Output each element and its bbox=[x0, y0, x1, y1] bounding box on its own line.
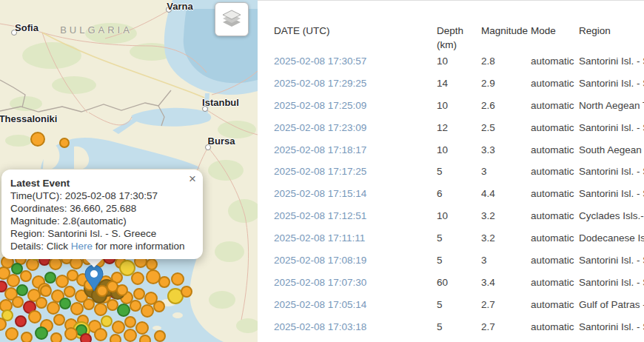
earthquake-marker[interactable] bbox=[36, 297, 47, 309]
col-header-date: DATE (UTC) bbox=[274, 24, 437, 52]
earthquake-marker[interactable] bbox=[70, 302, 84, 315]
details-here-link[interactable]: Here bbox=[71, 241, 93, 252]
event-date-link[interactable]: 2025-02-08 17:18:17 bbox=[274, 139, 437, 161]
magnitude-cell: 3.2 bbox=[481, 205, 531, 227]
earthquake-marker[interactable] bbox=[141, 304, 154, 318]
col-header-region: Region bbox=[579, 24, 644, 52]
mode-cell: automatic bbox=[531, 294, 579, 316]
earthquake-marker[interactable] bbox=[15, 315, 27, 327]
region-cell: Santorini Isl. - S. G bbox=[579, 161, 644, 183]
event-date-link[interactable]: 2025-02-08 17:15:14 bbox=[274, 183, 437, 205]
map-pin-icon[interactable] bbox=[83, 265, 105, 292]
col-header-magnitude: Magnitude bbox=[481, 24, 531, 52]
layers-control-button[interactable] bbox=[215, 2, 249, 36]
mode-cell: automatic bbox=[531, 316, 579, 338]
depth-cell: 5 bbox=[437, 249, 481, 272]
table-body: 2025-02-08 17:30:57102.8automaticSantori… bbox=[274, 50, 644, 338]
earthquake-marker[interactable] bbox=[59, 138, 70, 148]
popup-details-suffix: for more information bbox=[93, 241, 185, 252]
event-date-link[interactable]: 2025-02-08 17:05:14 bbox=[274, 294, 437, 316]
earthquake-marker[interactable] bbox=[181, 286, 192, 298]
depth-cell: 5 bbox=[437, 294, 481, 316]
depth-cell: 10 bbox=[437, 95, 481, 117]
earthquake-marker[interactable] bbox=[35, 326, 48, 340]
event-date-link[interactable]: 2025-02-08 17:29:25 bbox=[274, 73, 437, 95]
earthquake-marker[interactable] bbox=[28, 310, 41, 323]
depth-cell: 10 bbox=[437, 139, 481, 161]
map[interactable]: VarnaSofiaBULGARIAThessalonikiIstanbulBu… bbox=[0, 0, 258, 342]
earthquake-marker[interactable] bbox=[112, 321, 125, 334]
earthquake-marker[interactable] bbox=[153, 301, 165, 312]
earthquake-marker[interactable] bbox=[117, 304, 130, 317]
earthquake-marker[interactable] bbox=[12, 296, 24, 308]
earthquake-marker[interactable] bbox=[50, 332, 62, 342]
earthquake-marker[interactable] bbox=[133, 288, 145, 300]
earthquake-marker[interactable] bbox=[47, 301, 60, 315]
earthquake-marker[interactable] bbox=[21, 332, 33, 342]
earthquake-marker[interactable] bbox=[171, 272, 184, 286]
region-cell: Santorini Isl. - S. G bbox=[579, 50, 644, 73]
earthquake-marker[interactable] bbox=[146, 258, 158, 270]
earthquake-marker[interactable] bbox=[139, 335, 151, 342]
earthquake-marker[interactable] bbox=[135, 321, 149, 335]
region-cell: North Aegean Tro bbox=[579, 95, 644, 117]
earthquake-marker[interactable] bbox=[16, 284, 28, 296]
mode-cell: automatic bbox=[531, 227, 579, 249]
earthquake-marker[interactable] bbox=[101, 315, 113, 327]
city-label-sofia: Sofia bbox=[15, 22, 38, 33]
col-header-mode: Mode bbox=[531, 24, 579, 52]
earthquake-marker[interactable] bbox=[124, 316, 136, 328]
earthquake-marker[interactable] bbox=[30, 132, 45, 147]
table-header: DATE (UTC) Depth(km) Magnitude Mode Regi… bbox=[274, 24, 644, 52]
latest-event-popup: × Latest Event Time(UTC): 2025-02-08 17:… bbox=[1, 170, 203, 259]
earthquake-marker[interactable] bbox=[40, 285, 52, 297]
depth-cell: 5 bbox=[437, 227, 481, 249]
table-row: 2025-02-08 17:25:09102.6automaticNorth A… bbox=[274, 95, 644, 117]
earthquake-marker[interactable] bbox=[131, 272, 144, 285]
earthquake-marker[interactable] bbox=[130, 300, 141, 312]
earthquake-marker[interactable] bbox=[59, 298, 71, 309]
event-date-link[interactable]: 2025-02-08 17:08:19 bbox=[274, 249, 437, 272]
magnitude-cell: 2.5 bbox=[481, 117, 531, 139]
earthquake-marker[interactable] bbox=[124, 329, 137, 342]
earthquake-marker[interactable] bbox=[94, 328, 107, 341]
mode-cell: automatic bbox=[531, 95, 579, 117]
depth-cell: 5 bbox=[437, 316, 481, 338]
earthquake-marker[interactable] bbox=[44, 272, 56, 284]
event-table-panel: DATE (UTC) Depth(km) Magnitude Mode Regi… bbox=[258, 0, 644, 342]
event-date-link[interactable]: 2025-02-08 17:11:11 bbox=[274, 227, 437, 249]
event-date-link[interactable]: 2025-02-08 17:25:09 bbox=[274, 95, 437, 117]
event-date-link[interactable]: 2025-02-08 17:07:30 bbox=[274, 272, 437, 294]
city-label-istanbul: Istanbul bbox=[202, 97, 239, 108]
close-icon[interactable]: × bbox=[189, 172, 196, 185]
magnitude-cell: 2.9 bbox=[481, 73, 531, 95]
col-header-depth: Depth(km) bbox=[437, 24, 481, 52]
mode-cell: automatic bbox=[531, 205, 579, 227]
earthquake-marker[interactable] bbox=[53, 314, 65, 326]
earthquake-monitor-screen: VarnaSofiaBULGARIAThessalonikiIstanbulBu… bbox=[0, 0, 644, 342]
earthquake-marker[interactable] bbox=[154, 330, 166, 342]
earthquake-marker[interactable] bbox=[110, 334, 121, 342]
earthquake-marker[interactable] bbox=[116, 284, 128, 296]
earthquake-marker[interactable] bbox=[20, 270, 32, 282]
earthquake-marker[interactable] bbox=[94, 303, 107, 316]
table-row: 2025-02-08 17:11:1153.2automaticDodecane… bbox=[274, 227, 644, 249]
event-date-link[interactable]: 2025-02-08 17:12:51 bbox=[274, 205, 437, 227]
earthquake-marker[interactable] bbox=[5, 327, 19, 341]
popup-region: Region: Santorini Isl. - S. Greece bbox=[10, 227, 194, 240]
event-date-link[interactable]: 2025-02-08 17:17:25 bbox=[274, 161, 437, 183]
layers-icon bbox=[221, 9, 242, 30]
earthquake-marker[interactable] bbox=[80, 333, 92, 342]
earthquake-marker[interactable] bbox=[64, 286, 76, 298]
popup-coordinates: Coordinates: 36.660, 25.688 bbox=[10, 202, 194, 215]
event-date-link[interactable]: 2025-02-08 17:23:09 bbox=[274, 117, 437, 139]
table-row: 2025-02-08 17:15:1464.4automaticSantorin… bbox=[274, 183, 644, 205]
region-cell: Cyclades Isls.- S. G bbox=[579, 205, 644, 227]
region-cell: South Aegean Se bbox=[579, 139, 644, 161]
earthquake-marker[interactable] bbox=[64, 327, 78, 341]
table-row: 2025-02-08 17:03:1852.7automaticSantorin… bbox=[274, 316, 644, 338]
event-date-link[interactable]: 2025-02-08 17:03:18 bbox=[274, 316, 437, 338]
earthquake-marker[interactable] bbox=[158, 276, 170, 288]
region-cell: Santorini Isl. - S. G bbox=[579, 117, 644, 139]
event-date-link[interactable]: 2025-02-08 17:30:57 bbox=[274, 50, 437, 73]
